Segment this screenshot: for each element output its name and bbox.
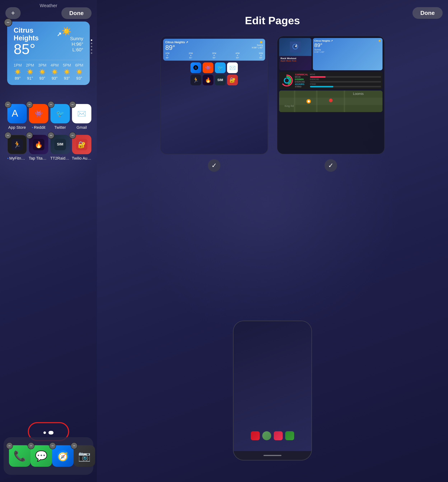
iphone-app-3 — [274, 431, 283, 440]
svg-text:🐦: 🐦 — [56, 109, 65, 118]
taptitans-label: Tap Titans 2 — [29, 156, 48, 161]
thumb2-top-row: Rock Workout Apple Music Rock Citrus Hei… — [279, 38, 383, 70]
iphone-mockup — [233, 321, 312, 460]
thumb2-map-widget: Loomis King Rd — [279, 91, 383, 112]
weather-hour-1pm: 1PM☀️89° — [14, 63, 22, 81]
svg-text:Loomis: Loomis — [353, 92, 364, 96]
right-done-button[interactable]: Done — [412, 7, 443, 19]
remove-appstore-button[interactable]: − — [5, 101, 11, 108]
weather-hour-2pm: 2PM☀️91° — [26, 63, 34, 81]
thumb-app-tt2: SIM — [215, 75, 226, 85]
app-item-twitter[interactable]: − 🐦 Twitter — [50, 104, 70, 130]
remove-messages-button[interactable]: − — [28, 442, 34, 449]
thumb-inner-1: Citrus Heights ↗ ☀️ 89° Sunny H:96° L:60… — [161, 36, 268, 154]
thumbnail-page-1[interactable]: Citrus Heights ↗ ☀️ 89° Sunny H:96° L:60… — [160, 36, 268, 172]
page-dots — [91, 39, 92, 54]
app-item-gmail[interactable]: − ✉️ Gmail — [72, 104, 92, 130]
twitter-label: Twitter — [54, 125, 66, 130]
iphone-home-indicator — [233, 451, 312, 460]
thumbnail-frame-2: Rock Workout Apple Music Rock Citrus Hei… — [277, 36, 385, 154]
svg-rect-30 — [344, 91, 345, 112]
svg-rect-29 — [316, 91, 318, 112]
camera-icon: 📷 — [74, 445, 95, 467]
weather-hour-5pm: 5PM☀️93° — [63, 63, 71, 81]
reddit-label: Reddit — [32, 125, 45, 130]
music-artwork — [279, 38, 312, 56]
thumb-app-gmail: ✉️ — [227, 62, 238, 73]
iphone-app-2 — [262, 431, 271, 440]
thumb-app-appstore: 🅐 — [191, 62, 201, 73]
svg-text:🔥: 🔥 — [35, 141, 43, 148]
svg-text:SIM: SIM — [57, 142, 63, 146]
home-bar — [264, 455, 281, 456]
app-item-taptitans[interactable]: − 🔥 Tap Titans 2 — [29, 135, 48, 161]
page-dot-4 — [91, 49, 92, 51]
twilio-label: Twilio Authy — [72, 156, 92, 161]
remove-camera-button[interactable]: − — [71, 442, 78, 449]
remove-safari-button[interactable]: − — [49, 442, 56, 449]
weather-hour-4pm: 4PM☀️93° — [51, 63, 59, 81]
right-edit-pages-panel: Done Edit Pages Citrus Heights ↗ ☀️ 89° — [97, 0, 448, 482]
remove-twilio-button[interactable]: − — [69, 132, 76, 139]
app-item-appstore[interactable]: − A App Store — [7, 104, 27, 130]
thumb2-activity-widget: 110/500CAL MOVE 0/30MIN EXERCISE 4/12HRS… — [279, 72, 383, 89]
thumbnail-page-2[interactable]: Rock Workout Apple Music Rock Citrus Hei… — [277, 36, 385, 172]
remove-reddit-button[interactable]: − — [26, 101, 33, 108]
left-top-bar: + Done — [0, 7, 97, 19]
thumb-app-twilio: 🔐 — [227, 75, 238, 85]
safari-icon: 🧭 — [52, 445, 74, 467]
app-item-tt2[interactable]: − SIM TT2RaidOptimi... — [50, 135, 70, 161]
page2-checkmark[interactable]: ✓ — [325, 159, 337, 172]
gmail-label: Gmail — [76, 125, 87, 130]
remove-taptitans-button[interactable]: − — [26, 132, 33, 139]
svg-text:King Rd: King Rd — [285, 105, 294, 107]
thumb-app-reddit: 👾 — [203, 62, 213, 73]
svg-text:👾: 👾 — [35, 110, 43, 118]
remove-myfitness-button[interactable]: − — [5, 132, 11, 139]
thumb-weather-widget: Citrus Heights ↗ ☀️ 89° Sunny H:96° L:60… — [163, 39, 265, 61]
svg-text:🏃: 🏃 — [13, 141, 21, 148]
dock-item-camera[interactable]: − 📷 — [74, 445, 95, 467]
music-info: Rock Workout Apple Music Rock — [279, 56, 312, 63]
remove-phone-button[interactable]: − — [6, 442, 13, 449]
thumb-app-twitter: 🐦 — [215, 62, 226, 73]
weather-remove-button[interactable]: − — [4, 18, 12, 27]
svg-text:A: A — [12, 108, 18, 118]
svg-text:🧭: 🧭 — [58, 452, 68, 462]
app-item-twilio[interactable]: − 🔐 Twilio Authy — [72, 135, 92, 161]
svg-text:💬: 💬 — [35, 450, 48, 462]
app-grid: − A App Store − 👾 Reddit − 🐦 — [7, 104, 90, 161]
dock: − 📞 − 💬 − 🧭 − 📷 — [4, 437, 93, 475]
left-home-screen: + Done − Citrus Heights ↗ 85° ☀️ Sunny H… — [0, 0, 97, 482]
iphone-app-row — [237, 431, 308, 440]
app-item-reddit[interactable]: − 👾 Reddit — [29, 104, 48, 130]
dock-item-messages[interactable]: − 💬 — [31, 445, 52, 467]
svg-text:📞: 📞 — [14, 450, 26, 462]
weather-hour-6pm: 6PM☀️93° — [75, 63, 83, 81]
right-top-bar: Done — [97, 7, 448, 19]
left-done-button[interactable]: Done — [61, 7, 92, 19]
weather-sun-icon: ☀️ — [62, 27, 83, 36]
svg-text:✉️: ✉️ — [77, 109, 86, 118]
add-widget-button[interactable]: + — [5, 7, 21, 19]
weather-temp: 85° — [14, 42, 62, 56]
app-item-myfitness[interactable]: − 🏃 MyFitnessPal — [7, 135, 27, 161]
thumb-app-row-2: 🏃 🔥 SIM 🔐 — [163, 75, 265, 85]
appstore-label: App Store — [8, 125, 26, 130]
remove-twitter-button[interactable]: − — [48, 101, 54, 108]
remove-gmail-button[interactable]: − — [69, 101, 76, 108]
page1-checkmark[interactable]: ✓ — [208, 159, 220, 172]
dock-item-safari[interactable]: − 🧭 — [52, 445, 74, 467]
thumb2-weather-city: Citrus Heights ↗ ☀️ — [314, 39, 381, 42]
tt2-label: TT2RaidOptimi... — [50, 156, 70, 161]
page-dot-3 — [91, 46, 92, 47]
thumb2-music-widget: Rock Workout Apple Music Rock — [279, 38, 312, 70]
svg-rect-28 — [294, 91, 295, 112]
iphone-app-4 — [285, 431, 294, 440]
svg-point-34 — [307, 100, 310, 102]
thumb-app-myfitness: 🏃 — [191, 75, 201, 85]
iphone-screen — [233, 321, 312, 451]
dock-item-phone[interactable]: − 📞 — [9, 445, 31, 467]
svg-text:📷: 📷 — [78, 450, 91, 462]
remove-tt2-button[interactable]: − — [48, 132, 54, 139]
